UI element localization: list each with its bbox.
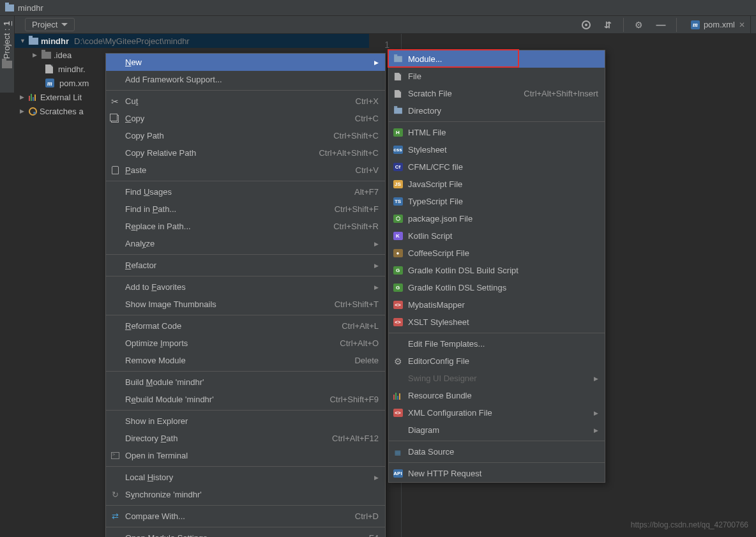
menu-item[interactable]: Add to Favorites▶ <box>106 278 385 296</box>
menu-item-label: Compare With... <box>125 511 185 521</box>
hide-icon[interactable]: — <box>654 19 667 31</box>
shortcut: Ctrl+Shift+F9 <box>329 395 379 404</box>
menu-item[interactable]: Directory PathCtrl+Alt+F12 <box>106 430 385 447</box>
menu-item[interactable]: cssStylesheet <box>389 141 605 158</box>
menu-item[interactable]: GGradle Kotlin DSL Settings <box>389 279 605 296</box>
menu-item[interactable]: New▶ <box>106 54 385 71</box>
menu-item-label: Gradle Kotlin DSL Settings <box>408 283 506 292</box>
menu-item[interactable]: ●CoffeeScript File <box>389 245 605 262</box>
blank-icon <box>110 416 120 427</box>
menu-item[interactable]: Local History▶ <box>106 469 385 486</box>
menu-item[interactable]: <>MybatisMapper <box>389 296 605 314</box>
shortcut: Ctrl+Alt+O <box>340 338 379 348</box>
menu-item[interactable]: Show Image ThumbnailsCtrl+Shift+T <box>106 296 385 313</box>
menu-item[interactable]: Add Framework Support... <box>106 71 385 88</box>
chevron-right-icon[interactable]: ▶ <box>20 108 26 114</box>
menu-item[interactable]: Scratch FileCtrl+Alt+Shift+Insert <box>389 85 605 102</box>
menu-item[interactable]: Resource Bundle <box>389 387 605 404</box>
menu-item[interactable]: Directory <box>389 102 605 119</box>
menu-item-label: Copy <box>125 114 144 123</box>
menu-item[interactable]: TSTypeScript File <box>389 193 605 210</box>
menu-item[interactable]: ↻Synchronize 'mindhr' <box>106 486 385 503</box>
menu-item-label: MybatisMapper <box>408 300 465 310</box>
menu-item[interactable]: ⇄Compare With...Ctrl+D <box>106 508 385 525</box>
blank-icon <box>393 425 403 435</box>
menu-item[interactable]: Replace in Path...Ctrl+Shift+R <box>106 218 385 235</box>
menu-item[interactable]: <>XSLT Stylesheet <box>389 314 605 331</box>
shortcut: Ctrl+Shift+F <box>335 204 379 214</box>
menu-item[interactable]: ≣Data Source <box>389 443 605 460</box>
menu-item-label: Add Framework Support... <box>125 75 222 84</box>
menu-item[interactable]: Copy Relative PathCtrl+Alt+Shift+C <box>106 144 385 162</box>
menu-item-label: File <box>408 72 421 81</box>
menu-item[interactable]: HHTML File <box>389 124 605 141</box>
blank-icon <box>110 204 120 215</box>
chevron-right-icon[interactable]: ▶ <box>33 52 39 58</box>
gear-icon[interactable]: ⚙ <box>633 19 646 31</box>
menu-item[interactable]: Reformat CodeCtrl+Alt+L <box>106 317 385 335</box>
project-view-selector[interactable]: Project <box>25 18 75 31</box>
menu-item[interactable]: JSJavaScript File <box>389 176 605 193</box>
menu-item-label: Show in Explorer <box>125 416 188 426</box>
menu-item[interactable]: File <box>389 68 605 85</box>
menu-item[interactable]: Build Module 'mindhr' <box>106 374 385 391</box>
menu-item[interactable]: ✂CutCtrl+X <box>106 93 385 110</box>
badge-icon: API <box>393 469 403 479</box>
menu-item[interactable]: Analyze▶ <box>106 235 385 252</box>
blank-icon <box>110 395 120 405</box>
blank-icon <box>110 222 120 232</box>
shortcut: Delete <box>354 356 379 365</box>
badge-icon: ⬡ <box>393 214 403 224</box>
menu-item[interactable]: ⬡package.json File <box>389 210 605 227</box>
menu-item[interactable]: <>XML Configuration File▶ <box>389 404 605 421</box>
menu-item[interactable]: Edit File Templates... <box>389 335 605 352</box>
blank-icon <box>110 299 120 310</box>
blank-icon <box>393 339 403 349</box>
menu-item[interactable]: Refactor▶ <box>106 257 385 274</box>
shortcut: Ctrl+Alt+Shift+C <box>319 148 379 158</box>
menu-item[interactable]: KKotlin Script <box>389 227 605 245</box>
menu-item[interactable]: Diagram▶ <box>389 421 605 439</box>
editor-tab-pom[interactable]: m pom.xml ✕ <box>686 16 751 34</box>
menu-item[interactable]: CfCFML/CFC file <box>389 158 605 176</box>
structure-icon[interactable] <box>2 61 12 68</box>
menu-item[interactable]: Open Module SettingsF4 <box>106 529 385 537</box>
menu-item[interactable]: CopyCtrl+C <box>106 110 385 127</box>
project-tool-window-tab[interactable]: Project : 1 <box>0 16 13 64</box>
menu-item[interactable]: ⚙EditorConfig File <box>389 352 605 370</box>
sync-icon: ↻ <box>110 490 120 500</box>
tree-root[interactable]: ▼ mindhr D:\code\MyGiteeProject\mindhr <box>15 34 369 48</box>
menu-item[interactable]: Rebuild Module 'mindhr'Ctrl+Shift+F9 <box>106 391 385 408</box>
menu-item[interactable]: Copy PathCtrl+Shift+C <box>106 127 385 144</box>
menu-item-label: Analyze <box>125 239 155 248</box>
menu-item: Swing UI Designer▶ <box>389 370 605 387</box>
shortcut: Ctrl+V <box>356 165 379 175</box>
menu-item-label: Build Module 'mindhr' <box>125 377 204 387</box>
context-menu: New▶Add Framework Support...✂CutCtrl+XCo… <box>105 53 386 537</box>
menu-item-label: Local History <box>125 473 173 482</box>
menu-item[interactable]: Find in Path...Ctrl+Shift+F <box>106 200 385 218</box>
menu-item[interactable]: Module... <box>389 50 605 68</box>
window-title: mindhr <box>18 3 43 13</box>
menu-item[interactable]: GGradle Kotlin DSL Build Script <box>389 262 605 279</box>
menu-item[interactable]: APINew HTTP Request <box>389 465 605 482</box>
menu-item-label: Module... <box>408 54 442 64</box>
chevron-right-icon[interactable]: ▶ <box>20 94 26 100</box>
blank-icon <box>110 282 120 292</box>
menu-item[interactable]: Show in Explorer <box>106 412 385 430</box>
menu-item-label: Refactor <box>125 261 156 270</box>
menu-item-label: Gradle Kotlin DSL Build Script <box>408 266 518 275</box>
menu-item[interactable]: PasteCtrl+V <box>106 162 385 179</box>
menu-item[interactable]: Optimize ImportsCtrl+Alt+O <box>106 335 385 352</box>
menu-item[interactable]: Open in Terminal <box>106 447 385 464</box>
menu-item-label: Cut <box>125 96 138 106</box>
new-submenu: Module...FileScratch FileCtrl+Alt+Shift+… <box>388 50 605 483</box>
locate-icon[interactable] <box>580 19 593 31</box>
chevron-down-icon[interactable]: ▼ <box>20 38 26 44</box>
close-icon[interactable]: ✕ <box>739 20 745 29</box>
blank-icon <box>110 321 120 331</box>
menu-item[interactable]: Remove ModuleDelete <box>106 352 385 369</box>
badge-icon: G <box>393 283 403 293</box>
collapse-all-icon[interactable]: ⇵ <box>601 19 614 31</box>
menu-item[interactable]: Find UsagesAlt+F7 <box>106 183 385 200</box>
